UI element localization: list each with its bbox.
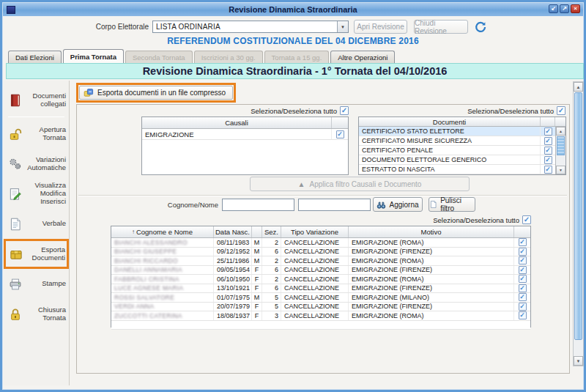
row-checkbox[interactable]: ✓	[519, 275, 527, 283]
variation-type: CANCELLAZIONE	[281, 248, 349, 256]
variation-type: CANCELLAZIONE	[281, 303, 349, 311]
table-row[interactable]: ZUCCOTTI CATERINA 18/08/1937 F 3 CANCELL…	[111, 311, 530, 321]
table-row[interactable]: BIANCHI ALESSANDRO 08/11/1983 M 2 CANCEL…	[111, 238, 530, 248]
causali-row[interactable]: EMIGRAZIONE ✓	[142, 129, 348, 140]
col-sez[interactable]: Sez.	[262, 226, 281, 237]
table-row[interactable]: BIANCHI GIUSEPPE 09/12/1952 M 6 CANCELLA…	[111, 248, 530, 257]
close-button[interactable]: ×	[571, 4, 580, 13]
documento-checkbox[interactable]: ✓	[544, 166, 552, 174]
causale-checkbox[interactable]: ✓	[336, 130, 344, 138]
section: 3	[262, 311, 281, 320]
refresh-icon[interactable]	[475, 21, 486, 33]
birth-date: 09/05/1954	[214, 266, 252, 275]
main-scrollbar[interactable]: ▲ ▼	[573, 81, 584, 366]
col-motivo[interactable]: Motivo	[349, 226, 514, 237]
aggiorna-button[interactable]: Aggiorna	[373, 197, 423, 212]
open-lock-icon	[8, 127, 23, 141]
documento-row[interactable]: CERTIFICATO MISURE SICUREZZA ✓	[359, 136, 555, 146]
select-all-label: Seleziona/Deseleziona tutto	[467, 107, 554, 115]
tab-altre-operazioni[interactable]: Altre Operazioni	[330, 51, 395, 63]
documento-checkbox[interactable]: ✓	[544, 137, 552, 145]
documento-checkbox[interactable]: ✓	[544, 127, 552, 136]
sidebar-item-stampe[interactable]: Stampe	[4, 269, 69, 299]
tab-iscrizioni-30gg: Iscrizioni a 30 gg.	[194, 51, 263, 63]
causali-select-all-checkbox[interactable]: ✓	[340, 106, 349, 115]
col-sesso[interactable]	[252, 226, 262, 237]
scroll-up-icon[interactable]: ▲	[574, 82, 583, 92]
chevron-down-icon[interactable]: ▼	[337, 21, 348, 32]
pulisci-label: Pulisci filtro	[440, 196, 475, 212]
sidebar-item-esporta-documenti[interactable]: Esporta Documenti	[4, 239, 69, 269]
sidebar-item-visualizza-modifica-inserisci[interactable]: Visualizza Modifica Inserisci	[4, 179, 69, 209]
row-checkbox[interactable]: ✓	[519, 303, 527, 311]
table-row[interactable]: FABBROLI CRISTINA 06/10/1950 F 2 CANCELL…	[111, 275, 530, 284]
sex: F	[252, 275, 262, 284]
variation-type: CANCELLAZIONE	[281, 266, 349, 275]
sidebar-item-chiusura-tornata[interactable]: Chiusura Tornata	[4, 299, 69, 329]
nome-input[interactable]	[298, 199, 371, 211]
row-checkbox[interactable]: ✓	[519, 256, 527, 265]
col-data-nasc[interactable]: Data Nasc.	[214, 226, 252, 237]
edit-page-icon	[8, 187, 23, 201]
row-checkbox[interactable]: ✓	[519, 238, 527, 246]
row-checkbox[interactable]: ✓	[519, 311, 527, 319]
row-checkbox[interactable]: ✓	[519, 266, 527, 274]
elector-name: DANELLI ANNAMARIA	[114, 266, 182, 273]
documento-row[interactable]: DOCUMENTO ELETTORALE GENERICO ✓	[359, 155, 555, 165]
variation-type: CANCELLAZIONE	[281, 256, 349, 265]
minimize-button[interactable]: ↙	[549, 4, 558, 13]
documento-row[interactable]: CERTIFICATO PENALE ✓	[359, 146, 555, 155]
sidebar-item-variazioni-automatiche[interactable]: Variazioni Automatiche	[4, 149, 69, 179]
row-checkbox[interactable]: ✓	[519, 248, 527, 256]
documento-row[interactable]: CERTIFICATO STATO ELETTORE ✓	[359, 127, 555, 136]
export-compressed-button[interactable]: Esporta documenti in un file compresso	[79, 86, 233, 100]
tab-dati-elezioni[interactable]: Dati Elezioni	[8, 51, 62, 63]
sidebar-item-documenti-collegati[interactable]: Documenti collegati	[4, 85, 69, 115]
cognome-input[interactable]	[222, 199, 294, 211]
reason: EMIGRAZIONE (ROMA)	[349, 275, 514, 284]
pulisci-filtro-button[interactable]: Pulisci filtro	[429, 197, 475, 212]
tab-prima-tornata[interactable]: Prima Tornata	[63, 49, 124, 63]
documento-checkbox[interactable]: ✓	[544, 147, 552, 155]
results-select-all-checkbox[interactable]: ✓	[522, 215, 531, 224]
export-highlight: Esporta documenti in un file compresso	[76, 83, 236, 103]
results-table: ↑ Cognome e Nome Data Nasc. Sez. Tipo Va…	[111, 226, 531, 328]
scroll-up-icon[interactable]: ▲	[556, 127, 565, 136]
table-row[interactable]: DANELLI ANNAMARIA 09/05/1954 F 6 CANCELL…	[111, 266, 530, 275]
sidebar-item-verbale[interactable]: Verbale	[4, 209, 69, 239]
table-row[interactable]: LUCE AGNESE MARIA 13/10/1921 F 6 CANCELL…	[111, 284, 530, 294]
documenti-scrollbar[interactable]: ▲ ▼	[555, 127, 565, 174]
page-title: Revisione Dinamica Straordinaria - 1° To…	[6, 63, 584, 79]
scroll-down-icon[interactable]: ▼	[574, 356, 583, 366]
maximize-button[interactable]: ↗	[560, 4, 569, 13]
causali-header[interactable]: Causali	[142, 117, 332, 128]
section: 6	[262, 284, 281, 293]
documento-checkbox[interactable]: ✓	[544, 156, 552, 164]
tab-tornata-15gg: Tornata a 15 gg.	[264, 51, 330, 63]
variation-type: CANCELLAZIONE	[281, 293, 349, 302]
table-row[interactable]: VERDI ANNA 20/07/1979 F 5 CANCELLAZIONE …	[111, 303, 530, 312]
corpo-elettorale-select[interactable]: LISTA ORDINARIA ▼	[152, 21, 349, 33]
table-row[interactable]: BIANCHI RICCARDO 25/11/1986 M 2 CANCELLA…	[111, 256, 530, 266]
empty-row	[111, 321, 530, 330]
title-bar[interactable]: Revisione Dinamica Straordinaria ↙ ↗ ×	[3, 3, 583, 16]
row-checkbox[interactable]: ✓	[519, 293, 527, 301]
documenti-select-all-checkbox[interactable]: ✓	[557, 106, 565, 115]
scroll-down-icon[interactable]: ▼	[556, 166, 565, 174]
documenti-header[interactable]: Documenti	[359, 117, 541, 126]
select-all-label: Seleziona/Deseleziona tutto	[251, 107, 337, 115]
main-scrollbar-thumb[interactable]	[574, 92, 582, 340]
sidebar-item-label: Esporta Documenti	[23, 246, 65, 262]
row-checkbox[interactable]: ✓	[519, 284, 527, 292]
reason: EMIGRAZIONE (FIRENZE)	[349, 303, 514, 311]
apri-revisione-button: Apri Revisione	[354, 20, 407, 34]
col-cognome-nome[interactable]: ↑ Cognome e Nome	[111, 226, 214, 237]
table-row[interactable]: ROSSI SALVATORE 01/07/1975 M 5 CANCELLAZ…	[111, 293, 530, 303]
sidebar-item-apertura-tornata[interactable]: Apertura Tornata	[4, 119, 69, 149]
documento-row[interactable]: ESTRATTO DI NASCITA ✓	[359, 165, 555, 174]
col-tipo-variazione[interactable]: Tipo Variazione	[281, 226, 349, 237]
documenti-scrollbar-thumb[interactable]	[557, 136, 565, 155]
col-checkbox	[514, 226, 530, 237]
export-button-label: Esporta documenti in un file compresso	[97, 89, 226, 97]
reason: EMIGRAZIONE (ROMA)	[349, 238, 514, 247]
